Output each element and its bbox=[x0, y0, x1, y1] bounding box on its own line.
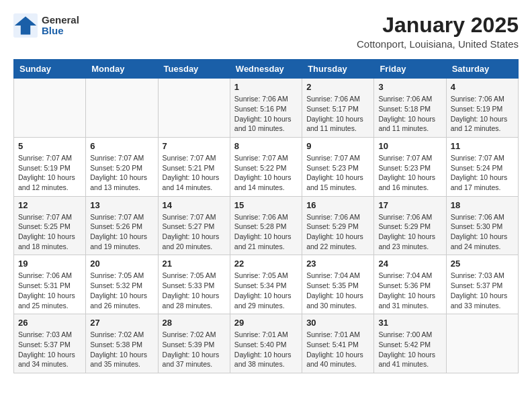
col-friday: Friday bbox=[374, 60, 446, 79]
day-info: Sunrise: 7:06 AM Sunset: 5:16 PM Dayligh… bbox=[234, 94, 298, 134]
col-thursday: Thursday bbox=[302, 60, 374, 79]
table-row: 11Sunrise: 7:07 AM Sunset: 5:24 PM Dayli… bbox=[446, 137, 518, 196]
day-number: 21 bbox=[163, 259, 226, 269]
table-row: 6Sunrise: 7:07 AM Sunset: 5:20 PM Daylig… bbox=[86, 137, 158, 196]
day-number: 25 bbox=[451, 259, 514, 269]
day-info: Sunrise: 7:06 AM Sunset: 5:17 PM Dayligh… bbox=[306, 94, 369, 134]
day-number: 18 bbox=[451, 200, 514, 210]
calendar-title: January 2025 bbox=[357, 13, 519, 37]
table-row: 14Sunrise: 7:07 AM Sunset: 5:27 PM Dayli… bbox=[158, 196, 230, 255]
col-monday: Monday bbox=[86, 60, 158, 79]
table-row bbox=[158, 79, 230, 138]
table-row: 2Sunrise: 7:06 AM Sunset: 5:17 PM Daylig… bbox=[302, 79, 374, 138]
day-number: 8 bbox=[234, 141, 298, 151]
day-info: Sunrise: 7:05 AM Sunset: 5:32 PM Dayligh… bbox=[90, 271, 153, 310]
table-row: 25Sunrise: 7:03 AM Sunset: 5:37 PM Dayli… bbox=[446, 255, 518, 314]
table-row: 21Sunrise: 7:05 AM Sunset: 5:33 PM Dayli… bbox=[158, 255, 230, 314]
day-info: Sunrise: 7:07 AM Sunset: 5:19 PM Dayligh… bbox=[18, 153, 81, 193]
table-row: 9Sunrise: 7:07 AM Sunset: 5:23 PM Daylig… bbox=[302, 137, 374, 196]
day-info: Sunrise: 7:06 AM Sunset: 5:29 PM Dayligh… bbox=[306, 212, 369, 252]
calendar-week-row: 12Sunrise: 7:07 AM Sunset: 5:25 PM Dayli… bbox=[14, 196, 519, 255]
title-block: January 2025 Cottonport, Louisiana, Unit… bbox=[357, 13, 519, 50]
day-info: Sunrise: 7:07 AM Sunset: 5:26 PM Dayligh… bbox=[90, 212, 153, 252]
day-number: 19 bbox=[18, 259, 81, 269]
calendar-week-row: 1Sunrise: 7:06 AM Sunset: 5:16 PM Daylig… bbox=[14, 79, 519, 138]
calendar-header-row: Sunday Monday Tuesday Wednesday Thursday… bbox=[14, 60, 519, 79]
logo-general: General bbox=[42, 15, 79, 26]
table-row bbox=[446, 314, 518, 373]
day-info: Sunrise: 7:06 AM Sunset: 5:19 PM Dayligh… bbox=[451, 94, 514, 134]
day-number: 31 bbox=[378, 318, 441, 328]
table-row: 31Sunrise: 7:00 AM Sunset: 5:42 PM Dayli… bbox=[374, 314, 446, 373]
logo: General Blue bbox=[13, 13, 79, 38]
calendar-week-row: 19Sunrise: 7:06 AM Sunset: 5:31 PM Dayli… bbox=[14, 255, 519, 314]
day-info: Sunrise: 7:02 AM Sunset: 5:39 PM Dayligh… bbox=[163, 330, 226, 369]
logo-text: General Blue bbox=[42, 15, 79, 37]
table-row: 7Sunrise: 7:07 AM Sunset: 5:21 PM Daylig… bbox=[158, 137, 230, 196]
table-row: 5Sunrise: 7:07 AM Sunset: 5:19 PM Daylig… bbox=[14, 137, 86, 196]
day-number: 26 bbox=[18, 318, 81, 328]
day-number: 30 bbox=[306, 318, 369, 328]
day-info: Sunrise: 7:07 AM Sunset: 5:27 PM Dayligh… bbox=[163, 212, 226, 252]
day-number: 27 bbox=[90, 318, 153, 328]
calendar-week-row: 26Sunrise: 7:03 AM Sunset: 5:37 PM Dayli… bbox=[14, 314, 519, 373]
day-info: Sunrise: 7:03 AM Sunset: 5:37 PM Dayligh… bbox=[451, 271, 514, 310]
table-row: 8Sunrise: 7:07 AM Sunset: 5:22 PM Daylig… bbox=[230, 137, 302, 196]
day-info: Sunrise: 7:03 AM Sunset: 5:37 PM Dayligh… bbox=[18, 330, 81, 369]
table-row: 30Sunrise: 7:01 AM Sunset: 5:41 PM Dayli… bbox=[302, 314, 374, 373]
day-info: Sunrise: 7:05 AM Sunset: 5:34 PM Dayligh… bbox=[234, 271, 298, 310]
table-row: 24Sunrise: 7:04 AM Sunset: 5:36 PM Dayli… bbox=[374, 255, 446, 314]
day-number: 28 bbox=[163, 318, 226, 328]
day-info: Sunrise: 7:07 AM Sunset: 5:25 PM Dayligh… bbox=[18, 212, 81, 252]
day-number: 14 bbox=[163, 200, 226, 210]
table-row bbox=[14, 79, 86, 138]
day-info: Sunrise: 7:06 AM Sunset: 5:30 PM Dayligh… bbox=[451, 212, 514, 252]
day-number: 16 bbox=[306, 200, 369, 210]
table-row: 19Sunrise: 7:06 AM Sunset: 5:31 PM Dayli… bbox=[14, 255, 86, 314]
day-number: 12 bbox=[18, 200, 81, 210]
day-info: Sunrise: 7:01 AM Sunset: 5:40 PM Dayligh… bbox=[234, 330, 298, 369]
table-row: 15Sunrise: 7:06 AM Sunset: 5:28 PM Dayli… bbox=[230, 196, 302, 255]
day-info: Sunrise: 7:00 AM Sunset: 5:42 PM Dayligh… bbox=[378, 330, 441, 369]
day-info: Sunrise: 7:07 AM Sunset: 5:22 PM Dayligh… bbox=[234, 153, 298, 193]
logo-blue: Blue bbox=[42, 26, 79, 37]
day-number: 9 bbox=[306, 141, 369, 151]
day-info: Sunrise: 7:06 AM Sunset: 5:29 PM Dayligh… bbox=[378, 212, 441, 252]
calendar-week-row: 5Sunrise: 7:07 AM Sunset: 5:19 PM Daylig… bbox=[14, 137, 519, 196]
table-row: 22Sunrise: 7:05 AM Sunset: 5:34 PM Dayli… bbox=[230, 255, 302, 314]
day-info: Sunrise: 7:06 AM Sunset: 5:31 PM Dayligh… bbox=[18, 271, 81, 310]
day-info: Sunrise: 7:07 AM Sunset: 5:23 PM Dayligh… bbox=[378, 153, 441, 193]
day-number: 5 bbox=[18, 141, 81, 151]
table-row: 18Sunrise: 7:06 AM Sunset: 5:30 PM Dayli… bbox=[446, 196, 518, 255]
day-info: Sunrise: 7:04 AM Sunset: 5:36 PM Dayligh… bbox=[378, 271, 441, 310]
table-row: 29Sunrise: 7:01 AM Sunset: 5:40 PM Dayli… bbox=[230, 314, 302, 373]
day-info: Sunrise: 7:06 AM Sunset: 5:18 PM Dayligh… bbox=[378, 94, 441, 134]
day-info: Sunrise: 7:07 AM Sunset: 5:24 PM Dayligh… bbox=[451, 153, 514, 193]
day-info: Sunrise: 7:07 AM Sunset: 5:21 PM Dayligh… bbox=[163, 153, 226, 193]
day-number: 2 bbox=[306, 82, 369, 92]
table-row: 12Sunrise: 7:07 AM Sunset: 5:25 PM Dayli… bbox=[14, 196, 86, 255]
table-row: 1Sunrise: 7:06 AM Sunset: 5:16 PM Daylig… bbox=[230, 79, 302, 138]
day-number: 17 bbox=[378, 200, 441, 210]
day-number: 22 bbox=[234, 259, 298, 269]
day-info: Sunrise: 7:02 AM Sunset: 5:38 PM Dayligh… bbox=[90, 330, 153, 369]
day-number: 20 bbox=[90, 259, 153, 269]
table-row: 4Sunrise: 7:06 AM Sunset: 5:19 PM Daylig… bbox=[446, 79, 518, 138]
day-number: 4 bbox=[451, 82, 514, 92]
table-row bbox=[86, 79, 158, 138]
day-number: 7 bbox=[163, 141, 226, 151]
col-sunday: Sunday bbox=[14, 60, 86, 79]
table-row: 27Sunrise: 7:02 AM Sunset: 5:38 PM Dayli… bbox=[86, 314, 158, 373]
day-number: 29 bbox=[234, 318, 298, 328]
header: General Blue January 2025 Cottonport, Lo… bbox=[13, 13, 519, 50]
calendar-table: Sunday Monday Tuesday Wednesday Thursday… bbox=[13, 59, 519, 373]
table-row: 16Sunrise: 7:06 AM Sunset: 5:29 PM Dayli… bbox=[302, 196, 374, 255]
table-row: 23Sunrise: 7:04 AM Sunset: 5:35 PM Dayli… bbox=[302, 255, 374, 314]
day-number: 1 bbox=[234, 82, 298, 92]
day-info: Sunrise: 7:07 AM Sunset: 5:20 PM Dayligh… bbox=[90, 153, 153, 193]
calendar-subtitle: Cottonport, Louisiana, United States bbox=[357, 38, 519, 50]
day-number: 3 bbox=[378, 82, 441, 92]
logo-icon bbox=[13, 13, 38, 38]
day-info: Sunrise: 7:01 AM Sunset: 5:41 PM Dayligh… bbox=[306, 330, 369, 369]
table-row: 13Sunrise: 7:07 AM Sunset: 5:26 PM Dayli… bbox=[86, 196, 158, 255]
